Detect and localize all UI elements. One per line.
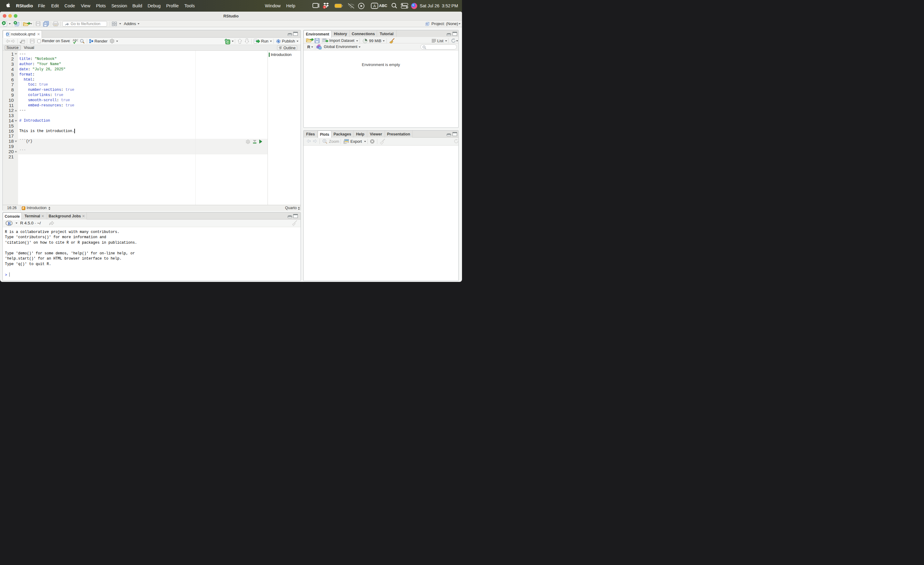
svg-text:R: R — [8, 221, 11, 226]
svg-text:2: 2 — [324, 6, 325, 9]
svg-text:R: R — [426, 23, 428, 25]
svg-text:A: A — [374, 4, 376, 8]
